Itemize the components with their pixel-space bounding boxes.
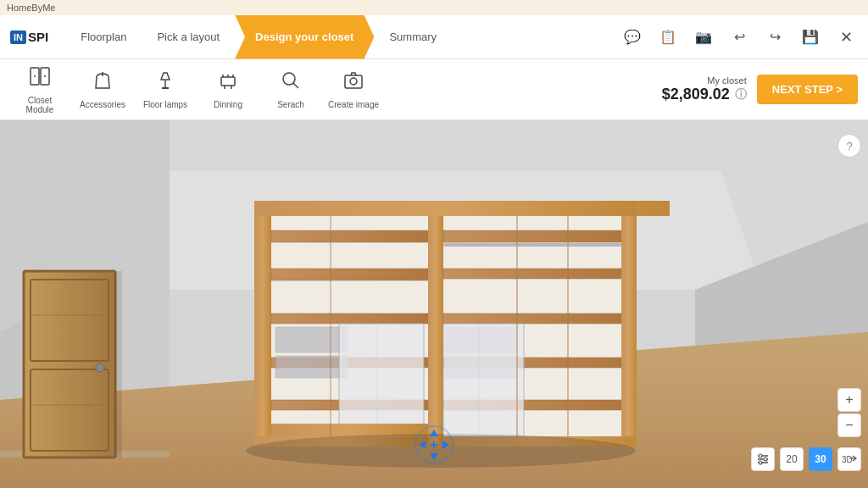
nav-step-design-closet[interactable]: Design your closet (235, 15, 374, 59)
tool-closet-module[interactable]: Closet Module (10, 64, 70, 116)
main-canvas: ? + − (0, 120, 868, 488)
price-value: $2,809.02 (662, 86, 730, 103)
chat-button[interactable]: 💬 (620, 25, 644, 49)
view-30-button[interactable]: 30 (809, 447, 832, 471)
tool-floor-lamps[interactable]: Floor lamps (136, 64, 195, 116)
search-icon (280, 69, 302, 97)
svg-rect-44 (275, 356, 348, 378)
copy-button[interactable]: 📋 (656, 25, 680, 49)
my-closet-price: $2,809.02 ⓘ (662, 86, 747, 103)
closet-module-label: Closet Module (14, 96, 66, 114)
top-bar: HomeByMe (0, 0, 868, 15)
accessories-icon (92, 69, 114, 97)
toolbar: Closet Module Accessories Floor lamps (0, 59, 868, 120)
closet-module-icon (29, 65, 51, 92)
svg-marker-70 (430, 430, 438, 436)
svg-point-78 (764, 458, 767, 461)
zoom-in-button[interactable]: + (837, 388, 861, 412)
nav-step-summary[interactable]: Summary (374, 15, 452, 59)
close-button[interactable]: ✕ (834, 25, 858, 49)
svg-marker-69 (442, 441, 449, 449)
svg-rect-57 (443, 324, 524, 436)
svg-rect-61 (254, 201, 637, 216)
tool-search[interactable]: Serach (261, 64, 320, 116)
my-closet-info: My closet $2,809.02 ⓘ (662, 75, 747, 103)
svg-line-15 (293, 83, 298, 88)
tool-dinning[interactable]: Dinning (198, 64, 258, 116)
zoom-controls: + − (837, 388, 861, 437)
help-icon: ? (846, 140, 852, 152)
nav-step-pick-layout[interactable]: Pick a layout (142, 15, 235, 59)
svg-point-14 (283, 73, 295, 85)
brand-name: HomeByMe (7, 3, 55, 13)
view-20-button[interactable]: 20 (780, 447, 804, 471)
svg-rect-47 (428, 201, 443, 446)
save-button[interactable]: 💾 (798, 25, 822, 49)
svg-rect-45 (339, 324, 424, 436)
floor-lamps-icon (154, 69, 176, 97)
my-closet-label: My closet (662, 75, 747, 86)
svg-point-77 (759, 454, 762, 458)
nav-arrows[interactable] (414, 424, 454, 471)
redo-button[interactable]: ↪ (763, 25, 787, 49)
svg-point-79 (759, 461, 762, 464)
bottom-controls: 20 30 3D (751, 447, 861, 471)
camera-button[interactable]: 📷 (692, 25, 715, 49)
svg-rect-52 (443, 313, 621, 324)
zoom-out-button[interactable]: − (837, 413, 861, 437)
svg-rect-40 (271, 313, 428, 324)
svg-point-17 (350, 78, 357, 85)
svg-rect-65 (443, 243, 621, 247)
floor-lamps-label: Floor lamps (143, 100, 187, 109)
toolbar-right: My closet $2,809.02 ⓘ NEXT STEP > (662, 75, 858, 104)
dinning-icon (217, 69, 239, 97)
svg-point-32 (96, 363, 104, 372)
price-info-icon[interactable]: ⓘ (735, 87, 747, 103)
svg-rect-39 (271, 269, 428, 280)
svg-rect-43 (275, 327, 348, 352)
svg-marker-5 (161, 73, 170, 80)
dinning-label: Dinning (214, 100, 242, 109)
tool-accessories[interactable]: Accessories (73, 64, 132, 116)
view-3d-button[interactable]: 3D (837, 447, 861, 471)
logo-box: IN (10, 30, 26, 44)
filter-button[interactable] (751, 447, 775, 471)
next-step-button[interactable]: NEXT STEP > (757, 75, 858, 104)
svg-rect-35 (254, 216, 271, 436)
svg-rect-8 (221, 77, 235, 86)
nav-right: 💬 📋 📷 ↩ ↪ 💾 ✕ (620, 25, 858, 49)
search-label: Serach (277, 100, 304, 109)
tool-create-image[interactable]: Create image (324, 64, 383, 116)
svg-rect-38 (271, 230, 428, 242)
svg-text:3D: 3D (842, 455, 853, 464)
undo-button[interactable]: ↩ (727, 25, 751, 49)
nav-step-floorplan[interactable]: Floorplan (65, 15, 142, 59)
svg-rect-50 (443, 230, 621, 242)
help-button[interactable]: ? (837, 134, 861, 158)
logo: IN SPI (10, 30, 48, 44)
svg-rect-33 (115, 271, 122, 458)
svg-marker-68 (419, 441, 426, 449)
navbar: IN SPI Floorplan Pick a layout Design yo… (0, 15, 868, 59)
svg-rect-51 (443, 269, 621, 279)
svg-rect-59 (621, 216, 637, 436)
create-image-label: Create image (328, 100, 379, 109)
logo-text: SPI (28, 30, 48, 44)
svg-marker-71 (430, 453, 438, 460)
create-image-icon (342, 69, 364, 97)
accessories-label: Accessories (80, 100, 125, 109)
